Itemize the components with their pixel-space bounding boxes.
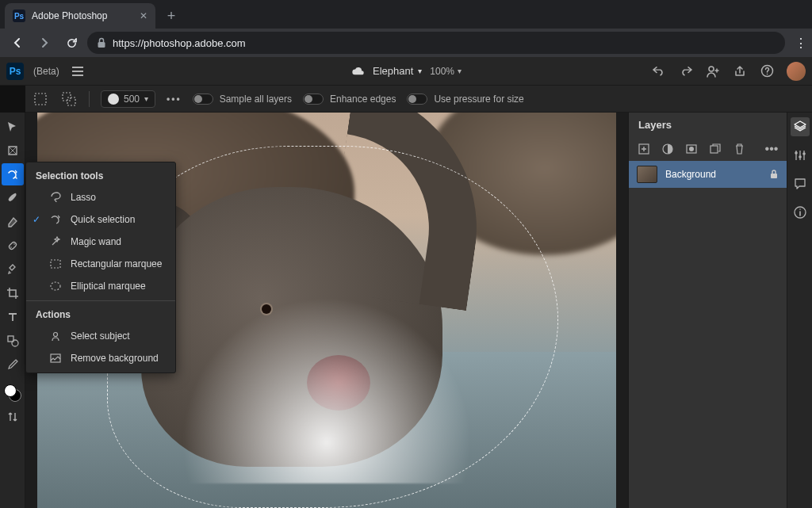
- layers-more-button[interactable]: •••: [764, 142, 779, 156]
- browser-tab[interactable]: Ps Adobe Photoshop ✕: [5, 3, 155, 29]
- sample-all-layers-toggle[interactable]: [193, 94, 213, 105]
- brush-size-value: 500: [124, 94, 140, 105]
- svg-rect-3: [35, 94, 46, 105]
- selection-mode-add-icon[interactable]: [60, 90, 78, 108]
- brush-size-dropdown[interactable]: 500 ▾: [101, 90, 155, 108]
- remove-background-item[interactable]: Remove background: [26, 347, 175, 369]
- layers-toolbar: •••: [629, 137, 787, 161]
- tab-title: Adobe Photoshop: [32, 10, 107, 21]
- type-tool[interactable]: [2, 306, 24, 328]
- transform-tool[interactable]: [2, 139, 24, 162]
- remove-bg-label: Remove background: [71, 353, 159, 364]
- undo-button[interactable]: [652, 64, 666, 78]
- adjustment-layer-button[interactable]: [661, 142, 675, 156]
- quick-selection-item[interactable]: ✓ Quick selection: [26, 208, 175, 231]
- help-button[interactable]: [760, 64, 774, 78]
- layers-panel-title: Layers: [629, 113, 787, 137]
- svg-point-7: [10, 246, 12, 248]
- layer-name: Background: [665, 169, 716, 180]
- magic-wand-item[interactable]: Magic wand: [26, 231, 175, 253]
- layer-row-background[interactable]: Background: [629, 161, 787, 188]
- zoom-dropdown[interactable]: 100% ▾: [430, 66, 462, 77]
- heal-tool[interactable]: [2, 235, 24, 257]
- svg-point-12: [51, 282, 60, 290]
- add-layer-button[interactable]: [637, 142, 651, 156]
- selection-tool[interactable]: [2, 163, 24, 185]
- svg-point-23: [802, 152, 806, 155]
- redo-button[interactable]: [679, 64, 693, 78]
- ellipse-marquee-label: Elliptical marquee: [71, 281, 146, 292]
- mask-button[interactable]: [684, 142, 699, 156]
- hamburger-menu-button[interactable]: [69, 63, 86, 79]
- delete-layer-button[interactable]: [732, 142, 746, 156]
- brush-tool[interactable]: [2, 187, 24, 209]
- group-button[interactable]: [708, 142, 722, 156]
- sample-all-layers-label: Sample all layers: [220, 94, 292, 105]
- svg-rect-11: [51, 260, 60, 268]
- magic-wand-label: Magic wand: [71, 236, 121, 247]
- select-subject-item[interactable]: Select subject: [26, 325, 175, 347]
- zoom-value: 100%: [430, 66, 454, 77]
- tool-rail: [0, 113, 25, 508]
- lock-icon[interactable]: [769, 169, 779, 180]
- color-swatches[interactable]: [2, 382, 24, 404]
- layers-tab-icon[interactable]: [791, 117, 810, 136]
- back-button[interactable]: [6, 32, 29, 54]
- svg-point-22: [799, 155, 802, 159]
- tab-close-icon[interactable]: ✕: [140, 10, 147, 21]
- use-pressure-toggle[interactable]: [407, 94, 427, 105]
- clone-tool[interactable]: [2, 258, 24, 281]
- svg-point-21: [795, 151, 798, 155]
- options-bar: 500 ▾ ••• Sample all layers Enhance edge…: [25, 86, 812, 113]
- more-options-button[interactable]: •••: [167, 94, 182, 105]
- svg-point-13: [54, 333, 58, 337]
- flyout-header-actions: Actions: [26, 304, 175, 325]
- arrange-tool[interactable]: [2, 406, 24, 428]
- app-body: Selection tools Lasso ✓ Quick selection …: [0, 113, 812, 508]
- share-button[interactable]: [733, 64, 747, 78]
- selection-tools-flyout: Selection tools Lasso ✓ Quick selection …: [25, 162, 176, 373]
- invite-button[interactable]: [706, 64, 720, 78]
- reload-button[interactable]: [60, 32, 82, 54]
- svg-point-1: [709, 67, 714, 71]
- enhance-edges-toggle[interactable]: [303, 94, 324, 105]
- comments-tab-icon[interactable]: [791, 174, 810, 193]
- browser-menu-button[interactable]: ⋮: [796, 32, 806, 54]
- quick-selection-label: Quick selection: [71, 214, 135, 225]
- shapes-tool[interactable]: [2, 330, 24, 352]
- eyedropper-tool[interactable]: [2, 353, 24, 376]
- browser-tab-strip: Ps Adobe Photoshop ✕ +: [0, 0, 812, 29]
- lasso-icon: [48, 190, 63, 204]
- flyout-header-tools: Selection tools: [26, 166, 175, 186]
- move-tool[interactable]: [2, 116, 24, 138]
- browser-toolbar: https://photoshop.adobe.com ⋮: [0, 29, 812, 57]
- select-subject-label: Select subject: [71, 330, 130, 342]
- chevron-down-icon: ▾: [418, 67, 422, 75]
- document-name-dropdown[interactable]: Elephant ▾: [373, 65, 422, 77]
- eraser-tool[interactable]: [2, 211, 24, 233]
- crop-tool[interactable]: [2, 282, 24, 304]
- right-rail: [787, 113, 812, 508]
- magic-wand-icon: [48, 235, 63, 249]
- forward-button[interactable]: [33, 32, 56, 54]
- selection-mode-new-icon[interactable]: [32, 90, 49, 108]
- svg-point-10: [12, 340, 18, 346]
- address-bar[interactable]: https://photoshop.adobe.com: [87, 32, 785, 54]
- remove-bg-icon: [48, 351, 63, 365]
- beta-label: (Beta): [33, 66, 59, 77]
- document-name: Elephant: [373, 65, 413, 77]
- user-avatar[interactable]: [787, 62, 806, 81]
- select-subject-icon: [48, 329, 63, 343]
- chevron-down-icon: ▾: [144, 94, 148, 103]
- new-tab-button[interactable]: +: [160, 5, 182, 27]
- rectangular-marquee-item[interactable]: Rectangular marquee: [26, 253, 175, 275]
- favicon-ps-icon: Ps: [13, 10, 25, 22]
- photoshop-logo-icon[interactable]: Ps: [6, 63, 24, 80]
- svg-rect-5: [67, 97, 75, 105]
- lasso-tool-item[interactable]: Lasso: [26, 186, 175, 208]
- cloud-icon: [350, 67, 365, 76]
- rect-marquee-icon: [48, 257, 63, 271]
- info-tab-icon[interactable]: [791, 203, 810, 222]
- adjustments-tab-icon[interactable]: [791, 146, 810, 165]
- elliptical-marquee-item[interactable]: Elliptical marquee: [26, 275, 175, 297]
